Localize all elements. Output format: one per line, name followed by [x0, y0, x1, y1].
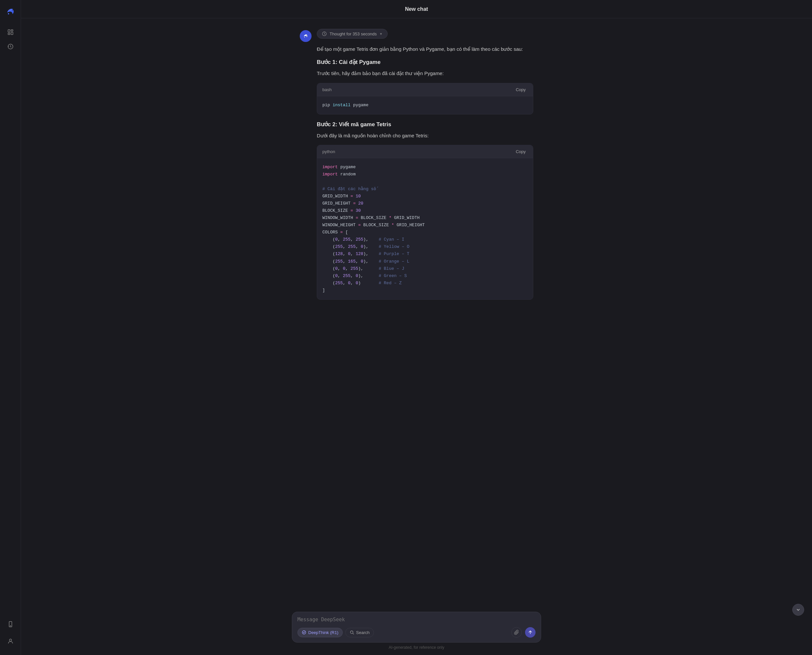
avatar: [300, 30, 311, 42]
intro-text: Để tạo một game Tetris đơn giản bằng Pyt…: [317, 45, 533, 54]
input-area: DeepThink (R1) Search: [21, 606, 812, 655]
chevron-down-icon: ▼: [379, 32, 383, 36]
sidebar-icon-panel[interactable]: [5, 26, 16, 38]
message-input[interactable]: [297, 617, 536, 623]
svg-rect-3: [11, 30, 13, 31]
svg-rect-4: [11, 32, 13, 35]
sidebar-icon-mobile[interactable]: [5, 618, 16, 630]
svg-line-14: [353, 633, 354, 634]
page-title: New chat: [405, 6, 428, 12]
step2-heading: Bước 2: Viết mã game Tetris: [317, 121, 533, 128]
code-block-bash: bash Copy pip install pygame: [317, 83, 533, 114]
code-lang-bash: bash: [322, 87, 331, 92]
copy-button-bash[interactable]: Copy: [514, 86, 528, 93]
svg-point-1: [8, 13, 9, 14]
svg-point-8: [10, 626, 11, 626]
send-button[interactable]: [525, 627, 536, 638]
svg-point-9: [9, 639, 11, 641]
sidebar-icon-history[interactable]: [5, 41, 16, 52]
svg-rect-5: [8, 33, 10, 34]
svg-point-0: [4, 5, 17, 18]
code-header-python: python Copy: [317, 145, 533, 158]
deepthink-button[interactable]: DeepThink (R1): [297, 628, 343, 637]
code-body-bash: pip install pygame: [317, 96, 533, 114]
thought-label: Thought for 353 seconds: [330, 31, 377, 36]
step2-text: Dưới đây là mã nguồn hoàn chỉnh cho game…: [317, 132, 533, 140]
code-body-python: import pygame import random # Cài đặt cá…: [317, 158, 533, 299]
search-button[interactable]: Search: [345, 628, 374, 637]
sidebar-icon-profile[interactable]: [5, 635, 16, 647]
sidebar: [0, 0, 21, 655]
scroll-to-bottom-button[interactable]: [792, 604, 804, 616]
step1-text: Trước tiên, hãy đảm bảo bạn đã cài đặt t…: [317, 69, 533, 78]
input-tools-right: [511, 627, 536, 638]
deepthink-label: DeepThink (R1): [308, 630, 339, 635]
copy-button-python[interactable]: Copy: [514, 149, 528, 155]
svg-point-13: [350, 631, 353, 633]
svg-point-10: [304, 37, 305, 37]
code-header-bash: bash Copy: [317, 83, 533, 96]
thought-badge[interactable]: Thought for 353 seconds ▼: [317, 29, 388, 39]
chat-area[interactable]: Thought for 353 seconds ▼ Để tạo một gam…: [21, 18, 812, 606]
logo[interactable]: [4, 5, 17, 18]
input-toolbar: DeepThink (R1) Search: [297, 627, 536, 638]
step1-heading: Bước 1: Cài đặt Pygame: [317, 59, 533, 66]
main-area: New chat: [21, 0, 812, 655]
code-block-python: python Copy import pygame import random …: [317, 145, 533, 300]
svg-rect-2: [8, 30, 10, 32]
input-tools-left: DeepThink (R1) Search: [297, 628, 374, 637]
ai-message: Thought for 353 seconds ▼ Để tạo một gam…: [300, 29, 533, 306]
attach-button[interactable]: [511, 627, 522, 638]
input-wrapper: DeepThink (R1) Search: [292, 612, 541, 643]
footer-note: AI-generated, for reference only: [388, 645, 444, 652]
chat-content: Thought for 353 seconds ▼ Để tạo một gam…: [292, 29, 541, 314]
code-lang-python: python: [322, 149, 335, 154]
ai-body: Thought for 353 seconds ▼ Để tạo một gam…: [317, 29, 533, 306]
search-label: Search: [356, 630, 370, 635]
header: New chat: [21, 0, 812, 18]
